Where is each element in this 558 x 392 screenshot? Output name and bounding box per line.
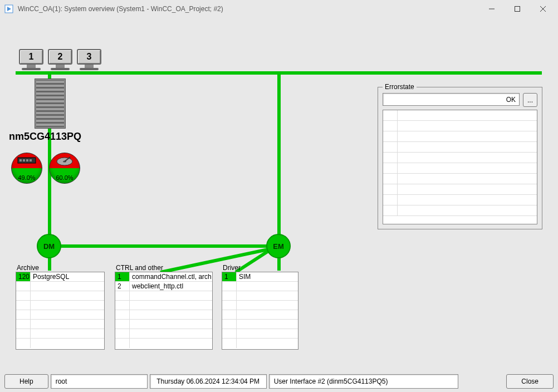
monitor-2[interactable]: 2 [48,49,72,71]
gauge-disk[interactable]: 60.0% [49,153,80,184]
node-dm[interactable]: DM [37,234,61,258]
line-em-ctrl [160,246,278,274]
line-em-driver [277,257,281,271]
monitor-label: 1 [19,49,43,65]
ctrl-row-num: 2 [115,282,130,291]
ctrl-row-txt: commandChannel.ctl, arch [130,272,212,281]
archive-table[interactable]: 120PostgreSQL [16,272,105,350]
errorstate-more-button[interactable]: ... [523,93,537,107]
driver-title: Driver [223,264,241,272]
driver-row-txt: SIM [237,272,298,281]
errorstate-status: OK [383,93,520,106]
gauge-disk-value: 60.0% [50,174,80,181]
gauge-mem-value: 49.0% [12,174,42,181]
footer: Help root Thursday 06.06.2024 12:34:04 P… [4,374,554,389]
archive-row-num: 120 [16,272,31,281]
driver-row-num: 1 [222,272,237,281]
canvas: 1 2 3 nm5CG4113PQ 49.0% 60.0% DM EM Arch… [4,20,554,370]
monitor-label: 3 [77,49,101,65]
gauge-mem[interactable]: 49.0% [11,153,42,184]
errorstate-group: Errorstate OK ... [378,87,542,229]
svg-rect-10 [30,159,32,161]
errorstate-legend: Errorstate [383,83,417,91]
archive-row-txt: PostgreSQL [31,272,104,281]
ctrl-row-txt: webclient_http.ctl [130,282,212,291]
disk-icon [50,155,80,169]
ram-icon [12,155,42,168]
svg-rect-3 [515,7,520,12]
status-user: root [51,374,148,389]
titlebar: WinCC_OA(1): System overview (System1 - … [0,0,558,18]
maximize-button[interactable] [505,1,530,17]
help-button[interactable]: Help [4,374,48,389]
line-bus-em [277,75,281,246]
close-window-button[interactable] [530,1,556,17]
app-icon [4,4,13,13]
svg-rect-9 [26,159,28,161]
errorstate-table[interactable] [383,110,537,224]
minimize-button[interactable] [479,1,505,17]
ctrl-table[interactable]: 1commandChannel.ctl, arch 2webclient_htt… [115,272,213,350]
node-em[interactable]: EM [266,234,291,258]
window-title: WinCC_OA(1): System overview (System1 - … [18,5,479,13]
status-ui: User Interface #2 (dinm5CG4113PQ5) [269,374,458,389]
svg-rect-7 [19,159,22,161]
ctrl-title: CTRL and other [116,264,163,272]
line-dm-em [60,244,277,248]
hostname: nm5CG4113PQ [9,131,81,143]
status-datetime: Thursday 06.06.2024 12:34:04 PM [150,374,267,389]
ctrl-row-num: 1 [115,272,130,281]
monitor-1[interactable]: 1 [19,49,43,71]
svg-rect-8 [23,159,25,161]
archive-title: Archive [17,264,39,272]
line-dm-archive [48,257,51,271]
driver-table[interactable]: 1SIM [222,272,298,350]
monitor-3[interactable]: 3 [77,49,101,71]
monitor-label: 2 [48,49,72,65]
server-icon[interactable] [35,79,66,129]
close-button[interactable]: Close [506,374,554,389]
